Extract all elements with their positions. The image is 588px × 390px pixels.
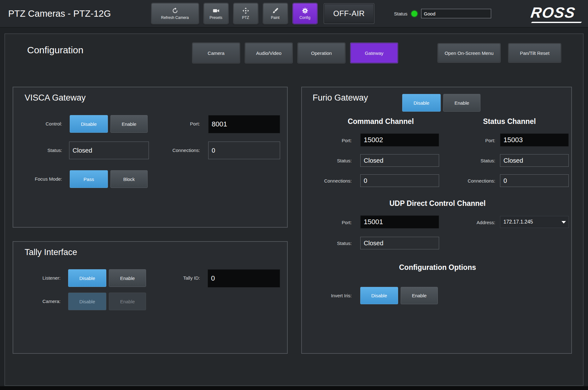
furio-gateway-panel: Furio Gateway Disable Enable Command Cha… (301, 87, 572, 354)
command-status-value: Closed (360, 154, 439, 167)
visca-port-input[interactable] (208, 115, 280, 133)
paintbrush-icon (272, 7, 279, 14)
tally-id-label: Tally ID: (152, 275, 200, 281)
paint-button[interactable]: Paint (263, 3, 288, 24)
refresh-icon (172, 7, 179, 14)
visca-gateway-title: VISCA Gateway (25, 93, 86, 103)
open-on-screen-menu-button[interactable]: Open On-Screen Menu (438, 44, 500, 62)
main-toolbar: Refresh Camera Presets PTZ Paint (151, 3, 317, 24)
command-port-label: Port: (302, 138, 352, 143)
command-status-label: Status: (302, 158, 352, 163)
presets-label: Presets (209, 15, 222, 20)
tally-id-input[interactable] (208, 269, 280, 288)
status-value-input[interactable] (421, 9, 491, 18)
visca-focus-pass-button[interactable]: Pass (70, 170, 108, 188)
off-air-button[interactable]: OFF-AIR (324, 4, 374, 23)
configuration-page: Configuration Camera Audio/Video Operati… (4, 33, 584, 386)
command-channel-header: Command Channel (321, 117, 441, 126)
pan-tilt-arrows-icon (242, 7, 250, 14)
furio-gateway-title: Furio Gateway (313, 93, 368, 103)
visca-connections-value: 0 (208, 142, 280, 159)
visca-status-value: Closed (69, 142, 149, 159)
visca-control-label: Control: (13, 121, 62, 126)
ptz-label: PTZ (242, 15, 249, 20)
udp-port-label: Port: (302, 220, 352, 225)
tally-camera-label: Camera: (13, 299, 61, 304)
visca-gateway-panel: VISCA Gateway Control: Disable Enable Po… (13, 87, 288, 228)
tab-gateway[interactable]: Gateway (350, 43, 398, 63)
invert-iris-label: Invert Iris: (302, 293, 352, 298)
invert-iris-disable-button[interactable]: Disable (360, 287, 398, 304)
udp-address-label: Address: (446, 220, 495, 225)
visca-status-label: Status: (13, 148, 62, 153)
statusch-connections-value: 0 (500, 174, 569, 187)
statusch-port-input[interactable] (500, 133, 569, 147)
furio-enable-button[interactable]: Enable (443, 94, 480, 112)
statusch-status-value: Closed (500, 154, 569, 167)
paint-label: Paint (271, 15, 279, 20)
config-button[interactable]: Config (293, 3, 317, 24)
pan-tilt-reset-button[interactable]: Pan/Tilt Reset (509, 44, 561, 62)
udp-status-value: Closed (360, 237, 439, 249)
gear-icon (302, 7, 309, 14)
invert-iris-enable-button[interactable]: Enable (401, 287, 438, 304)
ross-logo: ROSS (531, 4, 575, 24)
tally-listener-disable-button[interactable]: Disable (68, 269, 106, 287)
visca-port-label: Port: (152, 121, 200, 126)
status-channel-header: Status Channel (450, 117, 569, 126)
visca-focus-block-button[interactable]: Block (110, 170, 148, 188)
refresh-camera-button[interactable]: Refresh Camera (151, 3, 199, 24)
tally-camera-disable-button[interactable]: Disable (68, 293, 106, 310)
config-tabs: Camera Audio/Video Operation Gateway (192, 43, 398, 63)
udp-address-dropdown[interactable]: 172.17.1.245 (500, 216, 569, 228)
status-label: Status (394, 11, 408, 16)
tally-listener-enable-button[interactable]: Enable (109, 269, 146, 287)
command-port-input[interactable] (360, 133, 439, 147)
video-camera-icon (212, 7, 220, 14)
visca-control-disable-button[interactable]: Disable (70, 115, 108, 133)
page-actions: Open On-Screen Menu Pan/Tilt Reset (438, 44, 561, 62)
command-connections-label: Connections: (302, 178, 352, 183)
status-good-indicator (411, 11, 417, 17)
tally-listener-label: Listener: (13, 275, 61, 281)
visca-connections-label: Connections: (146, 148, 200, 153)
visca-control-enable-button[interactable]: Enable (110, 115, 148, 133)
tab-audio-video[interactable]: Audio/Video (245, 43, 292, 63)
camera-status: Status (394, 9, 491, 18)
window-bottom-edge (0, 386, 588, 390)
config-label: Config (299, 15, 310, 20)
tab-camera[interactable]: Camera (192, 43, 240, 63)
app-title: PTZ Cameras - PTZ-12G (8, 9, 111, 19)
refresh-camera-label: Refresh Camera (161, 15, 189, 20)
visca-focus-mode-label: Focus Mode: (13, 176, 62, 182)
ross-logo-text: ROSS (530, 4, 577, 21)
command-connections-value: 0 (360, 174, 439, 187)
tally-interface-panel: Tally Interface Listener: Disable Enable… (13, 241, 288, 354)
statusch-connections-label: Connections: (446, 178, 495, 183)
page-title: Configuration (27, 45, 83, 55)
configuration-options-header: Configuration Options (359, 263, 516, 272)
app-header: PTZ Cameras - PTZ-12G Refresh Camera Pre… (0, 0, 588, 28)
statusch-status-label: Status: (446, 158, 495, 163)
udp-channel-header: UDP Direct Control Channel (359, 199, 516, 208)
tally-camera-enable-button[interactable]: Enable (109, 293, 146, 310)
udp-port-input[interactable] (360, 215, 439, 229)
tally-interface-title: Tally Interface (25, 247, 77, 257)
furio-disable-button[interactable]: Disable (402, 94, 441, 112)
tab-operation[interactable]: Operation (298, 43, 345, 63)
udp-status-label: Status: (302, 241, 352, 246)
ross-logo-underline (531, 22, 582, 23)
statusch-port-label: Port: (446, 138, 495, 143)
ptz-button[interactable]: PTZ (233, 3, 258, 24)
presets-button[interactable]: Presets (204, 3, 228, 24)
